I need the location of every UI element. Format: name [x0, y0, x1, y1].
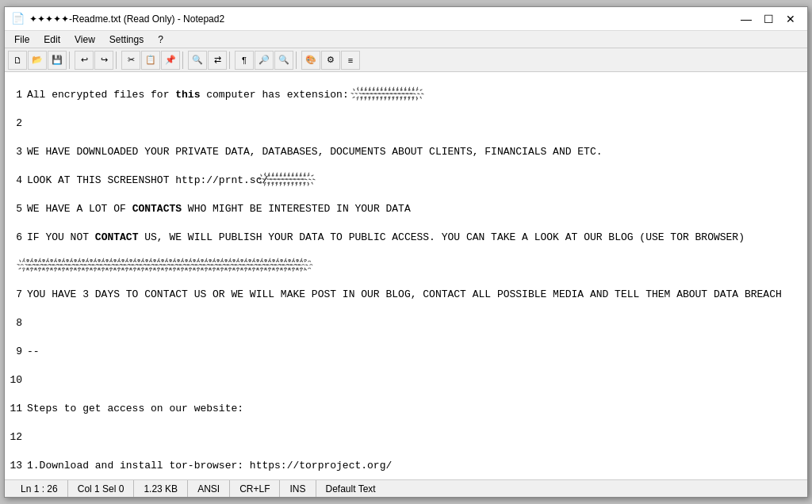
toolbar-undo[interactable]: ↩	[75, 51, 94, 70]
menu-help[interactable]: ?	[151, 32, 170, 47]
toolbar-replace[interactable]: ⇄	[208, 51, 227, 70]
menu-view[interactable]: View	[68, 32, 102, 47]
line-6b: ҉҈҉҈҉҈҉҈҉҈҉҈҉҈҉҈҉҈҉҈҉҈҉҈҉҈҉҈҉҈҉҈҉҈҉҈҉҈҉҈…	[8, 259, 804, 273]
toolbar-wordwrap[interactable]: ¶	[235, 51, 254, 70]
status-bar: Ln 1 : 26 Col 1 Sel 0 1.23 KB ANSI CR+LF…	[5, 479, 807, 497]
toolbar-copy[interactable]: 📋	[141, 51, 160, 70]
line-1: 1All encrypted files for this computer h…	[8, 88, 804, 102]
toolbar-sep3	[182, 52, 186, 69]
close-button[interactable]: ✕	[780, 10, 801, 28]
status-ln-col: Ln 1 : 26	[11, 480, 68, 497]
status-size: 1.23 KB	[134, 480, 188, 497]
toolbar-find[interactable]: 🔍	[188, 51, 207, 70]
window-title: ✦✦✦✦✦-Readme.txt (Read Only) - Notepad2	[29, 13, 224, 25]
maximize-button[interactable]: ☐	[758, 10, 779, 28]
editor-area[interactable]: 1All encrypted files for this computer h…	[5, 72, 807, 479]
line-6: 6IF YOU NOT CONTACT US, WE WILL PUBLISH …	[8, 231, 804, 245]
notepad-window: 📄 ✦✦✦✦✦-Readme.txt (Read Only) - Notepad…	[4, 6, 808, 498]
toolbar-save[interactable]: 💾	[48, 51, 67, 70]
line-12: 12	[8, 430, 804, 445]
text-content[interactable]: 1All encrypted files for this computer h…	[5, 72, 807, 479]
menu-edit[interactable]: Edit	[37, 32, 67, 47]
menu-bar: File Edit View Settings ?	[5, 31, 807, 48]
toolbar-sep5	[296, 52, 299, 69]
status-line-ending: CR+LF	[230, 480, 280, 497]
toolbar-sep2	[116, 52, 119, 69]
toolbar-settings[interactable]: ⚙	[321, 51, 340, 70]
line-2: 2	[8, 116, 804, 131]
line-3: 3WE HAVE DOWNLOADED YOUR PRIVATE DATA, D…	[8, 145, 804, 159]
toolbar-cut[interactable]: ✂	[121, 51, 140, 70]
toolbar-sep4	[229, 52, 232, 69]
menu-file[interactable]: File	[8, 32, 36, 47]
status-style: Default Text	[316, 480, 385, 497]
line-7: 7YOU HAVE 3 DAYS TO CONTACT US OR WE WIL…	[8, 288, 804, 302]
title-controls: — ☐ ✕	[736, 10, 801, 28]
line-13: 131.Download and install tor-browser: ht…	[8, 459, 804, 473]
minimize-button[interactable]: —	[736, 10, 756, 28]
line-5: 5WE HAVE A LOT OF CONTACTS WHO MIGHT BE …	[8, 202, 804, 216]
app-icon: 📄	[11, 12, 25, 25]
status-mode: INS	[280, 480, 316, 497]
title-left: 📄 ✦✦✦✦✦-Readme.txt (Read Only) - Notepad…	[11, 12, 224, 25]
line-9: 9--	[8, 345, 804, 359]
toolbar: 🗋 📂 💾 ↩ ↪ ✂ 📋 📌 🔍 ⇄ ¶ 🔎 🔍 🎨 ⚙ ≡	[5, 48, 807, 72]
toolbar-zoom-out[interactable]: 🔍	[274, 51, 293, 70]
toolbar-paste[interactable]: 📌	[161, 51, 180, 70]
line-10: 10	[8, 373, 804, 388]
menu-settings[interactable]: Settings	[103, 32, 150, 47]
line-8: 8	[8, 316, 804, 330]
toolbar-extra[interactable]: ≡	[341, 51, 360, 70]
status-encoding: ANSI	[188, 480, 230, 497]
toolbar-redo[interactable]: ↪	[94, 51, 113, 70]
toolbar-sep1	[69, 52, 72, 69]
toolbar-open[interactable]: 📂	[28, 51, 47, 70]
status-sel: Col 1 Sel 0	[68, 480, 135, 497]
toolbar-zoom-in[interactable]: 🔎	[255, 51, 274, 70]
line-4: 4LOOK AT THIS SCREENSHOT http://prnt.sc/…	[8, 174, 804, 188]
title-bar: 📄 ✦✦✦✦✦-Readme.txt (Read Only) - Notepad…	[5, 7, 807, 31]
line-11: 11Steps to get access on our website:	[8, 402, 804, 416]
toolbar-scheme[interactable]: 🎨	[301, 51, 320, 70]
toolbar-new[interactable]: 🗋	[8, 51, 27, 70]
